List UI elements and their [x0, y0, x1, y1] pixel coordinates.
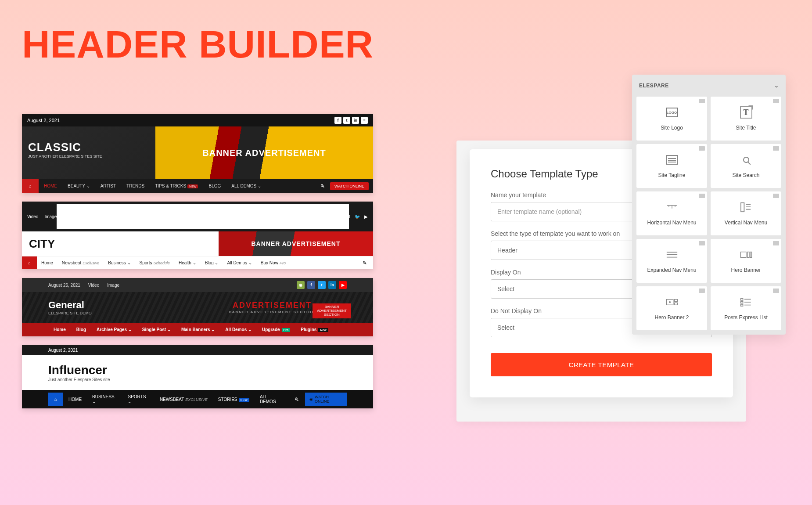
influencer-site-name: Influencer	[48, 363, 347, 377]
nav-health[interactable]: Health ⌄	[174, 256, 201, 269]
twitter-icon[interactable]: t	[343, 117, 350, 124]
nav-sports[interactable]: SPORTS ⌄	[122, 390, 154, 408]
nav-home[interactable]: Home	[48, 327, 71, 332]
not-display-value: Select	[497, 324, 514, 331]
create-template-button[interactable]: CREATE TEMPLATE	[491, 353, 712, 376]
nav-upgrade[interactable]: UpgradePro	[257, 327, 295, 332]
widget-panel: ELESPARE ⌄ LOGO Site Logo T Site Title S…	[632, 75, 786, 335]
search-icon[interactable]: 🔍︎	[356, 260, 373, 265]
nav-demos[interactable]: ALL DEMOS	[255, 390, 288, 408]
linkedin-icon[interactable]: in	[328, 281, 336, 289]
home-icon[interactable]: ⌂	[22, 256, 37, 269]
nav-buynow[interactable]: Buy NowPro	[256, 256, 290, 269]
influencer-tagline: Just another Elespare Sites site	[48, 377, 347, 382]
facebook-icon[interactable]: f	[349, 214, 350, 219]
facebook-icon[interactable]: f	[307, 281, 315, 289]
nav-archive[interactable]: Archive Pages ⌄	[91, 327, 137, 332]
nav-sports[interactable]: SportsSchedule	[135, 256, 174, 269]
svg-rect-1	[740, 252, 746, 258]
nav-stories[interactable]: STORIESNEW	[213, 393, 255, 406]
general-date: August 26, 2021	[48, 283, 80, 288]
nav-blog[interactable]: Blog ⌄	[201, 256, 223, 269]
widget-site-tagline[interactable]: Site Tagline	[636, 144, 707, 188]
nav-plugins[interactable]: PluginsNew	[295, 327, 334, 332]
posts-list-icon	[740, 296, 752, 308]
watch-online-button[interactable]: WATCH ONLINE	[330, 182, 369, 190]
widget-group-title: ELESPARE	[639, 83, 669, 89]
nav-trends[interactable]: TRENDS	[121, 179, 150, 193]
widget-label: Site Tagline	[658, 172, 686, 178]
city-tab-video[interactable]: Video	[27, 214, 38, 219]
general-tab-video[interactable]: Video	[88, 283, 99, 288]
classic-advertisement-banner[interactable]: BANNER ADVERTISEMENT	[155, 126, 373, 179]
widget-label: Site Title	[736, 125, 756, 131]
nav-newsbeat[interactable]: NewsbeatExclusive	[57, 256, 104, 269]
youtube-icon[interactable]: ▶	[364, 214, 368, 219]
widget-badge-icon	[699, 194, 705, 198]
widget-hero-banner[interactable]: Hero Banner	[711, 239, 781, 283]
home-icon[interactable]: ⌂	[48, 393, 63, 406]
youtube-icon[interactable]: ▶	[339, 281, 347, 289]
nav-business[interactable]: BUSINESS ⌄	[87, 390, 122, 408]
facebook-icon[interactable]: f	[334, 117, 341, 124]
twitter-icon[interactable]: t	[318, 281, 326, 289]
instagram-icon[interactable]: ◉	[297, 281, 305, 289]
svg-rect-10	[740, 304, 743, 306]
watch-online-button[interactable]: ◉ WATCH ONLINE	[305, 393, 347, 406]
nav-demos[interactable]: All Demos ⌄	[223, 256, 256, 269]
home-icon[interactable]: ⌂	[22, 179, 39, 193]
widget-badge-icon	[773, 99, 779, 103]
svg-rect-2	[747, 252, 749, 258]
nav-home[interactable]: HOME	[39, 179, 62, 193]
general-tab-image[interactable]: Image	[107, 283, 119, 288]
nav-home[interactable]: HOME	[63, 393, 87, 406]
nav-newsbeat[interactable]: NEWSBEATEXCLUSIVE	[154, 393, 213, 406]
nav-tips[interactable]: TIPS & TRICKSNEW	[150, 179, 203, 193]
city-tab-image[interactable]: Image	[44, 214, 57, 219]
widget-posts-express[interactable]: Posts Express List	[711, 286, 781, 330]
widget-label: Expanded Nav Menu	[647, 267, 696, 273]
widget-vertical-nav[interactable]: Vertical Nav Menu	[711, 191, 781, 235]
widget-site-title[interactable]: T Site Title	[711, 97, 781, 141]
nav-blog[interactable]: BLOG	[203, 179, 226, 193]
search-icon[interactable]: 🔍︎	[288, 397, 305, 402]
widget-label: Hero Banner	[731, 267, 761, 273]
chevron-down-icon: ⌄	[774, 83, 779, 89]
nav-blog[interactable]: Blog	[71, 327, 91, 332]
nav-demos[interactable]: ALL DEMOS ⌄	[226, 179, 266, 193]
widget-hero-banner-2[interactable]: Hero Banner 2	[636, 286, 707, 330]
preview-classic: August 2, 2021 f t in ≡ CLASSIC JUST ANO…	[22, 114, 373, 193]
twitter-icon[interactable]: 🐦	[355, 214, 360, 219]
city-advertisement-banner[interactable]: BANNER ADVERTISEMENT	[219, 231, 373, 256]
nav-artist[interactable]: ARTIST	[95, 179, 121, 193]
widget-group-header[interactable]: ELESPARE ⌄	[632, 75, 786, 97]
display-on-value: Select	[497, 285, 514, 292]
nav-beauty[interactable]: BEAUTY ⌄	[62, 179, 95, 193]
city-adv-text: BANNER ADVERTISEMENT	[251, 240, 340, 247]
more-icon[interactable]: ≡	[361, 117, 368, 124]
page-title: HEADER BUILDER	[22, 22, 790, 67]
nav-banners[interactable]: Main Banners ⌄	[176, 327, 220, 332]
widget-site-search[interactable]: Site Search	[711, 144, 781, 188]
hero-banner-icon	[740, 249, 752, 261]
nav-demos[interactable]: All Demos ⌄	[220, 327, 257, 332]
classic-date: August 2, 2021	[27, 118, 60, 123]
nav-single[interactable]: Single Post ⌄	[137, 327, 176, 332]
nav-home[interactable]: Home	[37, 256, 57, 269]
svg-rect-3	[750, 252, 752, 258]
widget-site-logo[interactable]: LOGO Site Logo	[636, 97, 707, 141]
widget-expanded-nav[interactable]: Expanded Nav Menu	[636, 239, 707, 283]
svg-rect-9	[740, 301, 743, 303]
svg-rect-5	[674, 299, 677, 302]
svg-rect-6	[674, 303, 677, 305]
widget-horizontal-nav[interactable]: Horizontal Nav Menu	[636, 191, 707, 235]
general-hero: General ELESPARE SITE DEMO ADVERTISEMENT…	[22, 292, 373, 323]
widget-label: Hero Banner 2	[654, 314, 689, 321]
classic-adv-text: BANNER ADVERTISEMENT	[202, 148, 326, 158]
search-icon[interactable]: 🔍︎	[315, 184, 330, 188]
svg-rect-0	[741, 203, 744, 212]
linkedin-icon[interactable]: in	[352, 117, 359, 124]
general-advertisement-banner[interactable]: ADVERTISEMENT BANNER ADVERTISEMENT SECTI…	[198, 301, 347, 314]
preview-influencer: August 2, 2021 Influencer Just another E…	[22, 345, 373, 408]
nav-business[interactable]: Business ⌄	[104, 256, 135, 269]
